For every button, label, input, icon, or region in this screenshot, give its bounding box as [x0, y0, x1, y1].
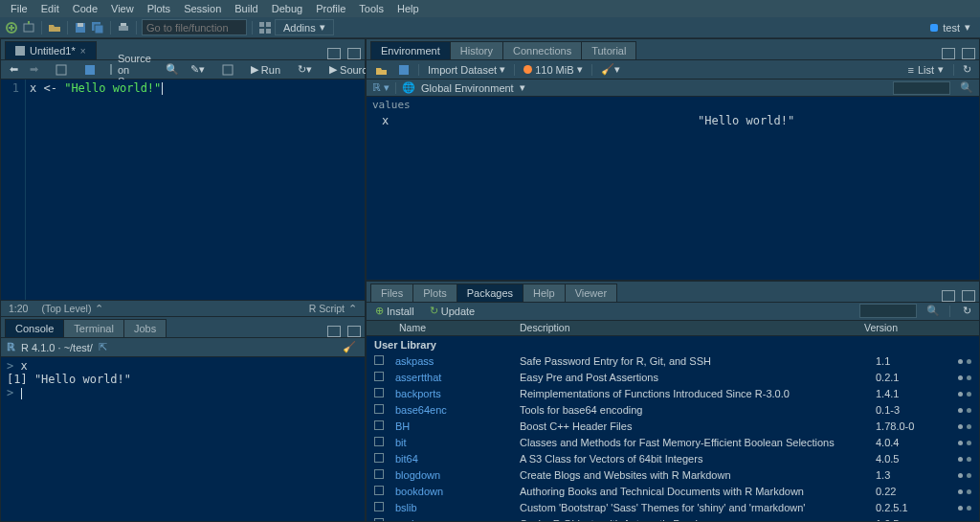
menu-tools[interactable]: Tools	[352, 3, 390, 14]
save-all-icon[interactable]	[90, 20, 105, 35]
minimize-icon[interactable]	[327, 326, 341, 337]
import-dataset-button[interactable]: Import Dataset ▾	[425, 63, 508, 76]
search-icon[interactable]: 🔍	[926, 305, 940, 317]
pkg-name[interactable]: bit	[395, 437, 520, 448]
new-project-icon[interactable]	[21, 20, 36, 35]
project-chip[interactable]: test ▾	[924, 21, 976, 34]
pkg-list[interactable]: User Library askpassSafe Password Entry …	[367, 336, 979, 522]
menu-profile[interactable]: Profile	[309, 3, 352, 14]
pkg-remove-icon[interactable]	[967, 392, 971, 397]
clear-env-icon[interactable]: 🧹▾	[598, 63, 623, 76]
grid-icon[interactable]	[257, 20, 273, 35]
pkg-name[interactable]: assertthat	[395, 372, 520, 383]
pkg-web-icon[interactable]	[958, 457, 963, 462]
col-version[interactable]: Version	[864, 322, 941, 333]
update-button[interactable]: ↻ Update	[427, 305, 478, 317]
close-icon[interactable]: ×	[80, 46, 86, 57]
source-on-save-checkbox[interactable]	[110, 64, 112, 75]
menu-edit[interactable]: Edit	[34, 3, 66, 14]
pkg-name[interactable]: BH	[395, 420, 520, 432]
refresh-icon[interactable]: ↻	[960, 305, 973, 318]
col-name[interactable]: Name	[395, 322, 520, 333]
pkg-remove-icon[interactable]	[967, 506, 971, 511]
search-icon[interactable]: 🔍	[960, 81, 973, 94]
menu-code[interactable]: Code	[66, 3, 104, 14]
install-button[interactable]: ⊕ Install	[372, 305, 417, 317]
pkg-checkbox[interactable]	[374, 355, 384, 365]
pkg-checkbox[interactable]	[374, 453, 384, 463]
env-search-input[interactable]	[893, 81, 950, 95]
tab-terminal[interactable]: Terminal	[63, 319, 124, 337]
pkg-checkbox[interactable]	[374, 437, 384, 446]
tab-jobs[interactable]: Jobs	[123, 319, 167, 337]
pkg-web-icon[interactable]	[958, 473, 963, 478]
pkg-checkbox[interactable]	[374, 502, 384, 511]
tab-console[interactable]: Console	[5, 319, 64, 337]
refresh-icon[interactable]: ↻	[960, 63, 973, 77]
tab-environment[interactable]: Environment	[370, 41, 451, 59]
pkg-row[interactable]: bookdownAuthoring Books and Technical Do…	[367, 484, 979, 500]
pkg-name[interactable]: askpass	[395, 355, 520, 367]
pkg-web-icon[interactable]	[958, 424, 963, 429]
print-icon[interactable]	[116, 20, 131, 35]
open-file-icon[interactable]	[47, 20, 62, 35]
pkg-remove-icon[interactable]	[967, 473, 971, 478]
tab-files[interactable]: Files	[370, 284, 413, 302]
scope-label[interactable]: (Top Level)	[41, 303, 91, 314]
tab-help[interactable]: Help	[523, 284, 566, 302]
pkg-row[interactable]: askpassSafe Password Entry for R, Git, a…	[367, 353, 979, 370]
pkg-row[interactable]: cachemCache R Objects with Automatic Pru…	[367, 516, 979, 522]
save-icon[interactable]	[73, 20, 88, 35]
new-file-icon[interactable]	[4, 20, 19, 35]
menu-session[interactable]: Session	[177, 3, 228, 14]
maximize-icon[interactable]	[962, 290, 975, 302]
pkg-checkbox[interactable]	[374, 372, 384, 381]
find-icon[interactable]: 🔍	[163, 63, 182, 76]
tab-connections[interactable]: Connections	[502, 41, 582, 59]
tab-history[interactable]: History	[450, 41, 503, 59]
load-workspace-icon[interactable]	[372, 64, 390, 76]
pkg-checkbox[interactable]	[374, 404, 384, 414]
pkg-remove-icon[interactable]	[967, 489, 971, 494]
menu-view[interactable]: View	[104, 3, 141, 14]
clear-console-icon[interactable]: 🧹	[340, 341, 359, 353]
pkg-name[interactable]: bit64	[395, 453, 520, 465]
pkg-checkbox[interactable]	[374, 420, 384, 430]
compile-icon[interactable]	[219, 64, 236, 76]
pkg-name[interactable]: bslib	[395, 502, 520, 513]
pkg-checkbox[interactable]	[374, 388, 384, 397]
pkg-row[interactable]: assertthatEasy Pre and Post Assertions0.…	[367, 370, 979, 386]
rerun-icon[interactable]: ↻▾	[295, 63, 315, 76]
tab-packages[interactable]: Packages	[457, 284, 523, 302]
pkg-web-icon[interactable]	[958, 408, 963, 413]
pkg-checkbox[interactable]	[374, 486, 384, 495]
addins-button[interactable]: Addins▾	[275, 19, 334, 35]
pkg-web-icon[interactable]	[958, 441, 963, 445]
pkg-name[interactable]: backports	[395, 388, 520, 399]
pkg-web-icon[interactable]	[958, 359, 963, 364]
pkg-web-icon[interactable]	[958, 392, 963, 397]
save-workspace-icon[interactable]	[395, 64, 412, 76]
pkg-web-icon[interactable]	[958, 375, 963, 380]
pkg-web-icon[interactable]	[958, 506, 963, 511]
tab-viewer[interactable]: Viewer	[565, 284, 617, 302]
pkg-search-input[interactable]	[859, 304, 917, 318]
pkg-name[interactable]: cachem	[395, 518, 520, 521]
env-row[interactable]: x "Hello world!"	[367, 113, 979, 128]
pkg-remove-icon[interactable]	[967, 424, 971, 429]
pkg-checkbox[interactable]	[374, 469, 384, 479]
pkg-checkbox[interactable]	[374, 518, 384, 521]
pkg-row[interactable]: bit64A S3 Class for Vectors of 64bit Int…	[367, 451, 979, 467]
minimize-icon[interactable]	[942, 290, 955, 302]
pkg-remove-icon[interactable]	[967, 375, 971, 380]
pkg-row[interactable]: bslibCustom 'Bootstrap' 'Sass' Themes fo…	[367, 500, 979, 516]
pkg-remove-icon[interactable]	[967, 441, 971, 445]
env-scope[interactable]: Global Environment	[421, 82, 514, 94]
menu-help[interactable]: Help	[390, 3, 426, 14]
minimize-icon[interactable]	[327, 48, 341, 59]
menu-plots[interactable]: Plots	[141, 3, 177, 14]
pkg-row[interactable]: blogdownCreate Blogs and Websites with R…	[367, 467, 979, 484]
maximize-icon[interactable]	[962, 48, 975, 59]
console-output[interactable]: > x [1] "Hello world!" >	[1, 357, 365, 521]
minimize-icon[interactable]	[942, 48, 955, 59]
